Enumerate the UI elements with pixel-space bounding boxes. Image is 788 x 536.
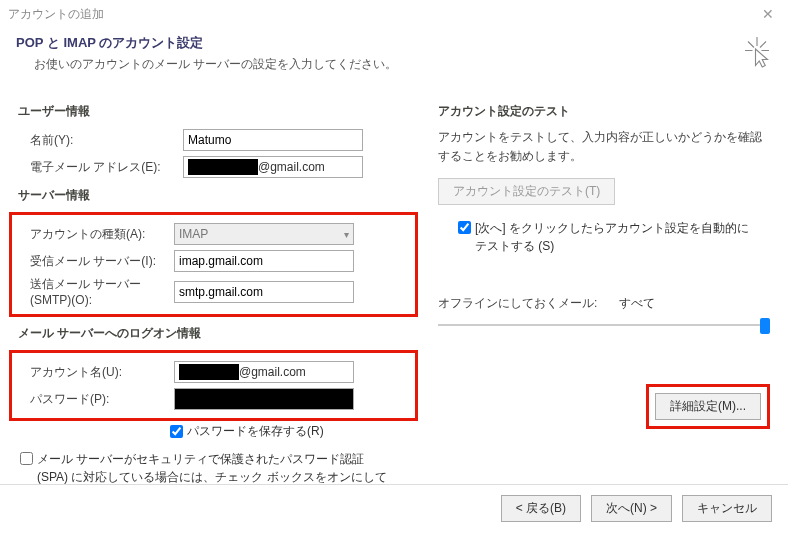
account-type-select[interactable]: IMAP ▾	[174, 223, 354, 245]
chevron-down-icon: ▾	[344, 229, 349, 240]
name-input[interactable]	[183, 129, 363, 151]
account-name-suffix: @gmail.com	[239, 365, 306, 379]
offline-mail-slider[interactable]	[438, 318, 770, 334]
redacted-block	[179, 364, 239, 380]
titlebar: アカウントの追加 ✕	[0, 0, 788, 28]
email-label: 電子メール アドレス(E):	[18, 159, 183, 176]
offline-mail-label: オフラインにしておくメール:	[438, 296, 597, 310]
account-name-input[interactable]: @gmail.com	[174, 361, 354, 383]
window-title: アカウントの追加	[8, 6, 104, 23]
footer: < 戻る(B) 次へ(N) > キャンセル	[0, 484, 788, 532]
page-title: POP と IMAP のアカウント設定	[16, 34, 397, 52]
test-description: アカウントをテストして、入力内容が正しいかどうかを確認することをお勧めします。	[438, 128, 770, 166]
server-highlight-box: アカウントの種類(A): IMAP ▾ 受信メール サーバー(I): 送信メール…	[9, 212, 418, 317]
spa-checkbox[interactable]	[20, 452, 33, 465]
password-label: パスワード(P):	[18, 391, 174, 408]
account-type-value: IMAP	[179, 227, 208, 241]
auto-test-label: [次へ] をクリックしたらアカウント設定を自動的にテストする (S)	[475, 219, 755, 255]
name-label: 名前(Y):	[18, 132, 183, 149]
user-info-heading: ユーザー情報	[18, 103, 418, 120]
save-password-label: パスワードを保存する(R)	[187, 423, 324, 440]
incoming-server-input[interactable]	[174, 250, 354, 272]
logon-info-heading: メール サーバーへのログオン情報	[18, 325, 418, 342]
logon-highlight-box: アカウント名(U): @gmail.com パスワード(P):	[9, 350, 418, 421]
slider-thumb[interactable]	[760, 318, 770, 334]
back-button[interactable]: < 戻る(B)	[501, 495, 581, 522]
header: POP と IMAP のアカウント設定 お使いのアカウントのメール サーバーの設…	[0, 28, 788, 85]
email-suffix: @gmail.com	[258, 160, 325, 174]
account-type-label: アカウントの種類(A):	[18, 226, 174, 243]
page-subtitle: お使いのアカウントのメール サーバーの設定を入力してください。	[34, 56, 397, 73]
details-highlight-box: 詳細設定(M)...	[646, 384, 770, 429]
incoming-label: 受信メール サーバー(I):	[18, 253, 174, 270]
outgoing-server-input[interactable]	[174, 281, 354, 303]
cancel-button[interactable]: キャンセル	[682, 495, 772, 522]
outgoing-label: 送信メール サーバー (SMTP)(O):	[18, 276, 174, 307]
save-password-checkbox[interactable]	[170, 425, 183, 438]
password-input[interactable]	[174, 388, 354, 410]
next-button[interactable]: 次へ(N) >	[591, 495, 672, 522]
redacted-block	[188, 159, 258, 175]
cursor-starburst-icon	[742, 34, 772, 73]
auto-test-checkbox[interactable]	[458, 221, 471, 234]
slider-track-line	[438, 324, 770, 326]
account-name-label: アカウント名(U):	[18, 364, 174, 381]
details-settings-button[interactable]: 詳細設定(M)...	[655, 393, 761, 420]
email-input[interactable]: @gmail.com	[183, 156, 363, 178]
offline-mail-value: すべて	[619, 296, 655, 310]
test-section-heading: アカウント設定のテスト	[438, 103, 770, 120]
test-account-button[interactable]: アカウント設定のテスト(T)	[438, 178, 615, 205]
server-info-heading: サーバー情報	[18, 187, 418, 204]
close-icon[interactable]: ✕	[756, 4, 780, 24]
